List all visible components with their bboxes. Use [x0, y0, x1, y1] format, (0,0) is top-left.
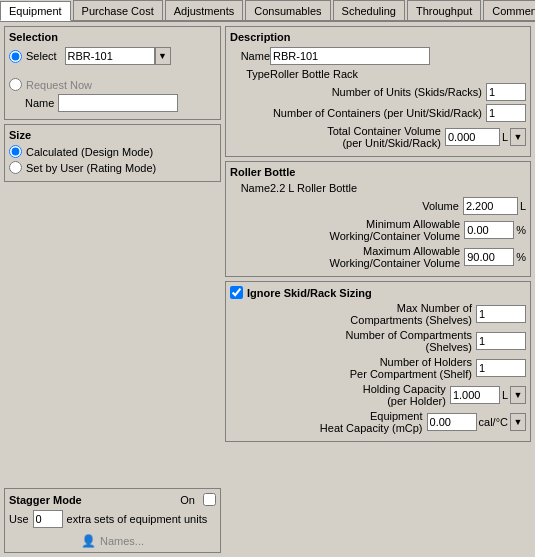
num-comp-input[interactable] — [476, 332, 526, 350]
holding-cap-input[interactable] — [450, 386, 500, 404]
desc-type-label: Type — [230, 68, 270, 80]
desc-type-row: Type Roller Bottle Rack — [230, 68, 526, 80]
volume-input[interactable] — [445, 128, 500, 146]
set-by-user-radio[interactable] — [9, 161, 22, 174]
extra-sets-row: Use extra sets of equipment units — [9, 510, 216, 528]
stagger-section: Stagger Mode On Use extra sets of equipm… — [4, 488, 221, 553]
max-comp-input[interactable] — [476, 305, 526, 323]
rb-min-input[interactable] — [464, 221, 514, 239]
calculated-label: Calculated (Design Mode) — [26, 146, 153, 158]
request-now-radio-row: Request Now — [9, 78, 216, 91]
select-radio[interactable] — [9, 50, 22, 63]
stagger-title: Stagger Mode — [9, 494, 82, 506]
stagger-on-label: On — [180, 494, 195, 506]
containers-input[interactable] — [486, 104, 526, 122]
left-panel: Selection Select ▼ Request Now Name — [0, 22, 225, 557]
tab-comments[interactable]: Comments — [483, 0, 535, 20]
size-title: Size — [9, 129, 216, 141]
rb-volume-label: Volume — [369, 200, 459, 212]
rb-max-label: Maximum Allowable Working/Container Volu… — [280, 245, 460, 269]
extra-sets-suffix: extra sets of equipment units — [67, 513, 208, 525]
holders-row: Number of Holders Per Compartment (Shelf… — [230, 356, 526, 380]
tab-equipment[interactable]: Equipment — [0, 1, 71, 21]
holding-cap-unit: L — [502, 389, 508, 401]
num-comp-row: Number of Compartments (Shelves) — [230, 329, 526, 353]
volume-label: Total Container Volume (per Unit/Skid/Ra… — [251, 125, 441, 149]
size-section: Size Calculated (Design Mode) Set by Use… — [4, 124, 221, 182]
heat-cap-unit: cal/°C — [479, 416, 508, 428]
description-section: Description Name Type Roller Bottle Rack… — [225, 26, 531, 157]
volume-unit: L — [502, 131, 508, 143]
max-comp-label: Max Number of Compartments (Shelves) — [287, 302, 472, 326]
selection-title: Selection — [9, 31, 216, 43]
tab-purchase-cost[interactable]: Purchase Cost — [73, 0, 163, 20]
rb-max-input[interactable] — [464, 248, 514, 266]
select-label: Select — [26, 50, 57, 62]
select-with-dropdown: ▼ — [65, 47, 171, 65]
select-dropdown-btn[interactable]: ▼ — [155, 47, 171, 65]
volume-row: Total Container Volume (per Unit/Skid/Ra… — [230, 125, 526, 149]
extra-sets-input[interactable] — [33, 510, 63, 528]
roller-bottle-section: Roller Bottle Name 2.2 L Roller Bottle V… — [225, 161, 531, 277]
skid-rack-section: Ignore Skid/Rack Sizing Max Number of Co… — [225, 281, 531, 442]
stagger-title-row: Stagger Mode On — [9, 493, 216, 506]
rb-name-label: Name — [230, 182, 270, 194]
tab-throughput[interactable]: Throughput — [407, 0, 481, 20]
holders-label: Number of Holders Per Compartment (Shelf… — [287, 356, 472, 380]
rb-volume-row: Volume L — [230, 197, 526, 215]
skid-rack-checkbox[interactable] — [230, 286, 243, 299]
rb-volume-input[interactable] — [463, 197, 518, 215]
main-area: Selection Select ▼ Request Now Name — [0, 22, 535, 557]
heat-cap-label: Equipment Heat Capacity (mCp) — [238, 410, 423, 434]
rb-min-label: Minimum Allowable Working/Container Volu… — [280, 218, 460, 242]
tab-bar: Equipment Purchase Cost Adjustments Cons… — [0, 0, 535, 22]
use-label: Use — [9, 513, 29, 525]
rb-min-row: Minimum Allowable Working/Container Volu… — [230, 218, 526, 242]
holding-cap-dropdown-btn[interactable]: ▼ — [510, 386, 526, 404]
desc-type-value: Roller Bottle Rack — [270, 68, 358, 80]
rb-name-value: 2.2 L Roller Bottle — [270, 182, 357, 194]
request-now-label: Request Now — [26, 79, 92, 91]
names-button[interactable]: 👤 Names... — [9, 534, 216, 548]
num-comp-label: Number of Compartments (Shelves) — [287, 329, 472, 353]
heat-cap-input[interactable] — [427, 413, 477, 431]
rb-max-unit: % — [516, 251, 526, 263]
selection-section: Selection Select ▼ Request Now Name — [4, 26, 221, 120]
desc-name-input[interactable] — [270, 47, 430, 65]
rb-min-unit: % — [516, 224, 526, 236]
desc-name-label: Name — [230, 50, 270, 62]
rb-volume-unit: L — [520, 200, 526, 212]
name-label: Name — [25, 97, 54, 109]
containers-label: Number of Containers (per Unit/Skid/Rack… — [262, 107, 482, 119]
heat-cap-dropdown-btn[interactable]: ▼ — [510, 413, 526, 431]
request-now-radio[interactable] — [9, 78, 22, 91]
volume-dropdown-btn[interactable]: ▼ — [510, 128, 526, 146]
select-input[interactable] — [65, 47, 155, 65]
heat-cap-row: Equipment Heat Capacity (mCp) cal/°C ▼ — [230, 410, 526, 434]
select-radio-row: Select ▼ — [9, 47, 216, 65]
units-label: Number of Units (Skids/Racks) — [292, 86, 482, 98]
units-row: Number of Units (Skids/Racks) — [230, 83, 526, 101]
roller-bottle-title: Roller Bottle — [230, 166, 526, 178]
rb-name-row: Name 2.2 L Roller Bottle — [230, 182, 526, 194]
tab-scheduling[interactable]: Scheduling — [333, 0, 405, 20]
names-icon: 👤 — [81, 534, 96, 548]
names-label: Names... — [100, 535, 144, 547]
tab-adjustments[interactable]: Adjustments — [165, 0, 244, 20]
description-title: Description — [230, 31, 526, 43]
holders-input[interactable] — [476, 359, 526, 377]
name-row: Name — [25, 94, 216, 112]
right-panel: Description Name Type Roller Bottle Rack… — [225, 22, 535, 557]
rb-max-row: Maximum Allowable Working/Container Volu… — [230, 245, 526, 269]
containers-row: Number of Containers (per Unit/Skid/Rack… — [230, 104, 526, 122]
skid-rack-title-row: Ignore Skid/Rack Sizing — [230, 286, 526, 299]
holding-cap-row: Holding Capacity (per Holder) L ▼ — [230, 383, 526, 407]
name-input[interactable] — [58, 94, 178, 112]
stagger-toggle[interactable] — [203, 493, 216, 506]
max-comp-row: Max Number of Compartments (Shelves) — [230, 302, 526, 326]
desc-name-row: Name — [230, 47, 526, 65]
calculated-radio[interactable] — [9, 145, 22, 158]
set-by-user-label: Set by User (Rating Mode) — [26, 162, 156, 174]
units-input[interactable] — [486, 83, 526, 101]
tab-consumables[interactable]: Consumables — [245, 0, 330, 20]
